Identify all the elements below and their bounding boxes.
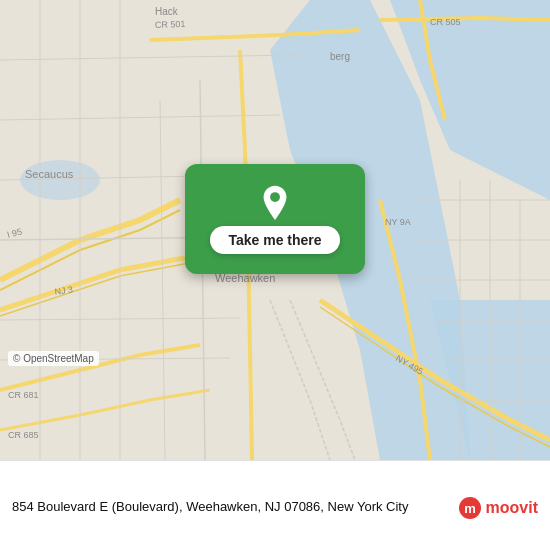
svg-text:berg: berg — [330, 51, 350, 62]
map-container: CR 501 CR 505 I 95 NJ 3 CR 681 CR 685 NY… — [0, 0, 550, 460]
osm-attribution: © OpenStreetMap — [8, 351, 99, 366]
svg-point-4 — [20, 160, 100, 200]
svg-text:CR 685: CR 685 — [8, 430, 39, 440]
green-card: Take me there — [185, 164, 365, 274]
moovit-logo: m moovit — [458, 496, 538, 520]
take-me-there-button[interactable]: Take me there — [210, 226, 339, 254]
svg-text:NY 9A: NY 9A — [385, 217, 411, 227]
moovit-text: moovit — [486, 499, 538, 517]
moovit-icon: m — [458, 496, 482, 520]
svg-text:CR 505: CR 505 — [430, 17, 461, 27]
address-area: 854 Boulevard E (Boulevard), Weehawken, … — [12, 498, 450, 516]
bottom-bar: 854 Boulevard E (Boulevard), Weehawken, … — [0, 460, 550, 550]
take-me-there-overlay: Take me there — [185, 164, 365, 274]
svg-text:Secaucus: Secaucus — [25, 168, 74, 180]
address-text: 854 Boulevard E (Boulevard), Weehawken, … — [12, 498, 450, 516]
svg-text:m: m — [464, 501, 476, 516]
svg-text:CR 501: CR 501 — [155, 19, 186, 30]
svg-point-37 — [270, 192, 280, 202]
svg-text:Hack: Hack — [155, 6, 179, 17]
svg-text:CR 681: CR 681 — [8, 390, 39, 400]
location-pin-icon — [257, 184, 293, 220]
